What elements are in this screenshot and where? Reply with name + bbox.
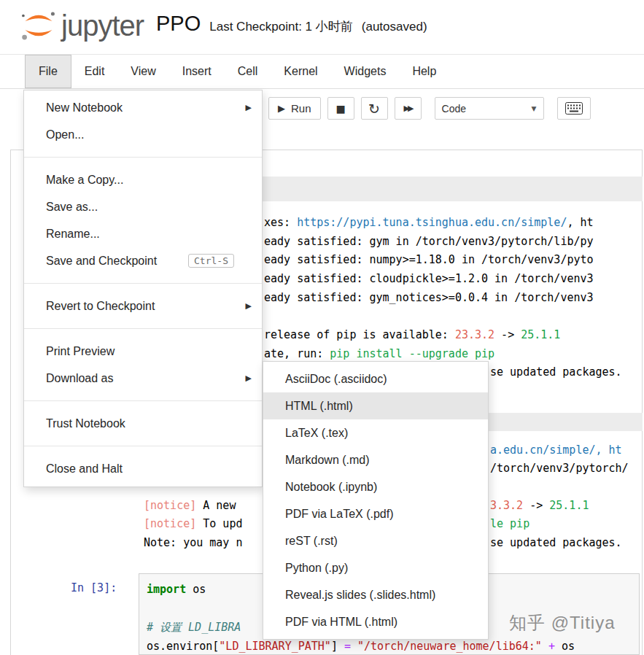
menu-item-close-halt[interactable]: Close and Halt xyxy=(24,455,262,482)
pip-upgrade-command: pip install --upgrade pip xyxy=(330,347,494,360)
pip-new-version: 25.1.1 xyxy=(521,328,560,341)
menu-edit[interactable]: Edit xyxy=(71,55,118,88)
ctrl-s-shortcut: Ctrl-S xyxy=(188,254,234,268)
operator: + xyxy=(548,640,555,653)
menu-item-label: Revert to Checkpoint xyxy=(46,300,155,313)
output-text-line: se updated packages. xyxy=(490,365,622,379)
string-literal: "/torch/neuware_home/lib64:" xyxy=(357,640,542,653)
menu-divider xyxy=(24,157,262,158)
submenu-item-asciidoc[interactable]: AsciiDoc (.asciidoc) xyxy=(263,365,488,392)
submenu-item-markdown[interactable]: Markdown (.md) xyxy=(263,446,488,473)
run-button[interactable]: ▶ Run xyxy=(268,97,321,120)
watermark: 知乎 @Titiya xyxy=(509,611,615,635)
menu-item-rename[interactable]: Rename... xyxy=(24,220,262,247)
output-text: xes: xyxy=(264,216,297,229)
menu-item-make-copy[interactable]: Make a Copy... xyxy=(24,166,262,193)
output-text: -> xyxy=(523,499,549,512)
output-text-line: a.edu.cn/simple/, ht xyxy=(490,443,622,457)
pip-index-url-link[interactable]: a.edu.cn/simple/, ht xyxy=(490,443,622,457)
output-text: release of pip is available: xyxy=(264,328,455,341)
pip-upgrade-command: le pip xyxy=(490,517,529,530)
cell-type-select[interactable]: Code ▼ xyxy=(435,97,544,120)
menu-item-label: Open... xyxy=(46,128,84,142)
pip-new-version: 25.1.1 xyxy=(549,499,589,512)
submenu-item-pdf-latex[interactable]: PDF via LaTeX (.pdf) xyxy=(263,500,488,527)
menu-item-download-as[interactable]: Download as ▶ xyxy=(24,365,262,392)
submenu-arrow-icon: ▶ xyxy=(246,373,252,383)
keyboard-icon xyxy=(565,102,583,115)
menu-item-label: Download as xyxy=(46,372,114,385)
output-text-line: ate, run: pip install --upgrade pip xyxy=(264,347,494,361)
interrupt-kernel-button[interactable]: ■ xyxy=(327,97,354,120)
menu-divider xyxy=(24,283,262,284)
output-text-line: 3.3.2 -> 25.1.1 xyxy=(490,499,589,513)
menu-widgets[interactable]: Widgets xyxy=(331,55,400,88)
code-text: os.environ[ xyxy=(147,640,219,653)
menu-item-new-notebook[interactable]: New Notebook ▶ xyxy=(24,94,262,121)
command-palette-button[interactable] xyxy=(557,97,591,120)
jupyter-notebook-app: xes: https://pypi.tuna.tsinghua.edu.cn/s… xyxy=(0,0,644,655)
output-text-line: eady satisfied: cloudpickle>=1.2.0 in /t… xyxy=(264,272,594,286)
menu-item-open[interactable]: Open... xyxy=(24,121,262,148)
output-text-line: se updated packages. xyxy=(490,536,622,550)
submenu-item-rest[interactable]: reST (.rst) xyxy=(263,527,488,554)
fast-forward-icon: ▶▶ xyxy=(404,104,412,113)
output-text-line: [notice] To upd xyxy=(144,517,242,531)
submenu-item-pdf-html[interactable]: PDF via HTML (.html) xyxy=(263,608,488,635)
jupyter-logo-icon xyxy=(19,6,58,45)
pip-old-version: 23.3.2 xyxy=(455,328,494,341)
menu-item-revert-checkpoint[interactable]: Revert to Checkpoint ▶ xyxy=(24,292,262,319)
menu-item-save-as[interactable]: Save as... xyxy=(24,193,262,220)
menu-item-label: Save and Checkpoint xyxy=(46,255,157,268)
submenu-item-latex[interactable]: LaTeX (.tex) xyxy=(263,419,488,446)
output-text-line: eady satisfied: gym in /torch/venv3/pyto… xyxy=(264,235,594,249)
run-button-label: Run xyxy=(291,102,311,115)
output-text-line: eady satisfied: gym_notices>=0.0.4 in /t… xyxy=(264,291,594,305)
menu-item-print-preview[interactable]: Print Preview xyxy=(24,338,262,365)
submenu-item-notebook[interactable]: Notebook (.ipynb) xyxy=(263,473,488,500)
file-menu: New Notebook ▶ Open... Make a Copy... Sa… xyxy=(23,90,263,487)
menu-item-label: Save as... xyxy=(46,201,98,214)
menu-item-trust-notebook[interactable]: Trust Notebook xyxy=(24,410,262,437)
submenu-item-revealjs[interactable]: Reveal.js slides (.slides.html) xyxy=(263,581,488,608)
code-text xyxy=(542,640,548,653)
menu-bar: File Edit View Insert Cell Kernel Widget… xyxy=(0,54,644,89)
restart-icon: ↻ xyxy=(368,101,380,117)
notice-tag: [notice] xyxy=(144,499,196,512)
chevron-down-icon: ▼ xyxy=(532,105,537,112)
restart-kernel-button[interactable]: ↻ xyxy=(361,97,388,120)
menu-kernel[interactable]: Kernel xyxy=(271,55,330,88)
menu-item-label: New Notebook xyxy=(46,101,123,115)
output-text-line: release of pip is available: 23.3.2 -> 2… xyxy=(264,328,560,342)
menu-file[interactable]: File xyxy=(25,55,71,88)
restart-run-all-button[interactable]: ▶▶ xyxy=(395,97,422,120)
pip-index-url-link[interactable]: https://pypi.tuna.tsinghua.edu.cn/simple… xyxy=(297,216,567,229)
play-icon: ▶ xyxy=(278,103,285,114)
output-text: ate, run: xyxy=(264,347,330,360)
menu-item-label: Trust Notebook xyxy=(46,417,125,430)
menu-help[interactable]: Help xyxy=(399,55,449,88)
notebook-title[interactable]: PPO xyxy=(156,12,201,36)
submenu-arrow-icon: ▶ xyxy=(246,103,252,112)
autosave-indicator: (autosaved) xyxy=(362,20,427,34)
menu-view[interactable]: View xyxy=(117,55,168,88)
menu-insert[interactable]: Insert xyxy=(169,55,225,88)
menu-item-save-checkpoint[interactable]: Save and Checkpoint Ctrl-S xyxy=(24,247,262,274)
cell-prompt: In [3]: xyxy=(71,581,117,594)
output-text: , ht xyxy=(567,216,593,229)
operator: = xyxy=(344,640,351,653)
toolbar-button-group: ▶ Run ■ ↻ ▶▶ Code ▼ xyxy=(268,97,591,120)
code-text xyxy=(351,640,357,653)
download-as-submenu: AsciiDoc (.asciidoc) HTML (.html) LaTeX … xyxy=(263,361,489,640)
output-text-line: xes: https://pypi.tuna.tsinghua.edu.cn/s… xyxy=(264,216,594,230)
menu-divider xyxy=(24,328,262,329)
submenu-item-html[interactable]: HTML (.html) xyxy=(263,392,488,419)
pip-old-version: 3.3.2 xyxy=(490,499,523,512)
submenu-item-python[interactable]: Python (.py) xyxy=(263,554,488,581)
output-text: A new xyxy=(196,499,236,512)
output-text-line: le pip xyxy=(490,517,529,531)
jupyter-logo[interactable]: jupyter xyxy=(19,6,144,45)
menu-cell[interactable]: Cell xyxy=(225,55,271,88)
output-text-line: Note: you may n xyxy=(144,536,242,550)
menu-divider xyxy=(24,446,262,446)
